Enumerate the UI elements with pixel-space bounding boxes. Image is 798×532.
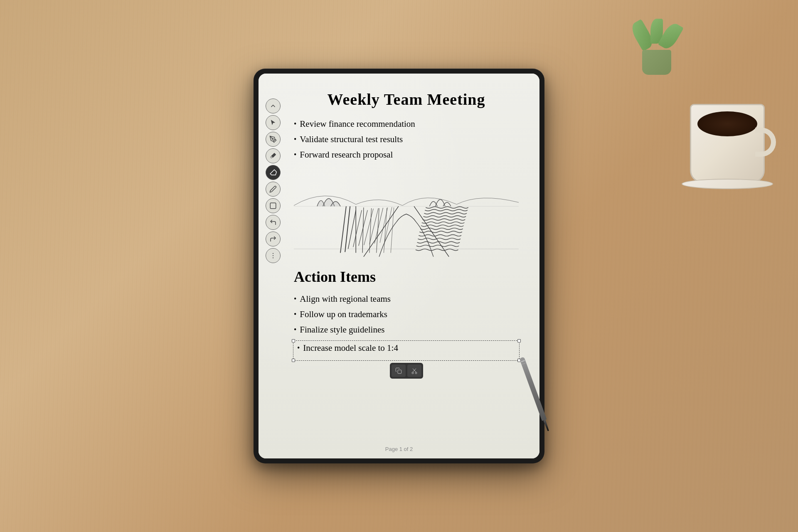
- pencil-button[interactable]: [266, 182, 281, 197]
- tablet-screen[interactable]: Weekly Team Meeting • Review finance rec…: [259, 74, 539, 458]
- svg-point-29: [415, 372, 417, 374]
- svg-line-18: [340, 206, 346, 253]
- action-bullet-1: •: [294, 295, 296, 303]
- svg-point-1: [272, 138, 273, 140]
- bullet-3: •: [294, 150, 296, 159]
- highlighter-button[interactable]: [266, 148, 281, 163]
- meeting-item-3: • Forward research proposal: [294, 150, 519, 160]
- svg-line-25: [384, 208, 387, 253]
- meeting-items-list: • Review finance recommendation • Valida…: [294, 119, 519, 160]
- svg-line-26: [391, 207, 394, 253]
- shapes-button[interactable]: [266, 198, 281, 213]
- selected-text-container[interactable]: • Increase model scale to 1:4: [294, 341, 519, 360]
- svg-point-4: [272, 253, 273, 254]
- toolbar: [264, 99, 282, 263]
- undo-button[interactable]: [266, 215, 281, 230]
- meeting-item-1: • Review finance recommendation: [294, 119, 519, 129]
- context-cut-button[interactable]: [407, 365, 421, 377]
- bullet-2: •: [294, 135, 296, 144]
- selection-border: [293, 340, 520, 361]
- selection-handle-bl[interactable]: [292, 359, 295, 362]
- meeting-item-2: • Validate structural test results: [294, 134, 519, 145]
- svg-line-8: [364, 206, 399, 256]
- more-options-button[interactable]: [266, 248, 281, 263]
- svg-line-13: [364, 209, 373, 245]
- redo-button[interactable]: [266, 232, 281, 246]
- collapse-button[interactable]: [266, 99, 281, 113]
- tablet-device: Weekly Team Meeting • Review finance rec…: [254, 69, 544, 463]
- context-menu: [390, 363, 423, 379]
- svg-line-11: [353, 210, 362, 247]
- action-bullet-2: •: [294, 310, 296, 319]
- svg-point-6: [272, 257, 273, 258]
- action-item-2: • Follow up on trademarks: [294, 309, 519, 320]
- note-title: Weekly Team Meeting: [294, 90, 519, 108]
- svg-rect-2: [271, 153, 276, 158]
- select-tool-button[interactable]: [266, 115, 281, 130]
- svg-line-19: [345, 206, 350, 252]
- sketch-drawing: [294, 168, 519, 260]
- context-copy-button[interactable]: [392, 365, 406, 377]
- svg-point-5: [272, 255, 273, 256]
- coffee-cup: [682, 83, 773, 183]
- action-item-3: • Finalize style guidelines: [294, 325, 519, 335]
- svg-rect-27: [398, 370, 401, 374]
- svg-rect-3: [270, 203, 276, 209]
- pen-tool-button[interactable]: [266, 132, 281, 147]
- plant-decoration: [632, 8, 682, 75]
- selection-handle-tr[interactable]: [517, 339, 521, 342]
- action-items-title: Action Items: [294, 268, 519, 286]
- action-items-list: • Align with regional teams • Follow up …: [294, 294, 519, 335]
- action-item-1: • Align with regional teams: [294, 294, 519, 304]
- screen-content: Weekly Team Meeting • Review finance rec…: [259, 74, 539, 458]
- svg-point-28: [412, 372, 414, 374]
- eraser-button[interactable]: [266, 165, 281, 180]
- selection-handle-tl[interactable]: [292, 339, 295, 342]
- action-bullet-3: •: [294, 325, 296, 334]
- svg-marker-0: [271, 120, 275, 125]
- bullet-1: •: [294, 120, 296, 128]
